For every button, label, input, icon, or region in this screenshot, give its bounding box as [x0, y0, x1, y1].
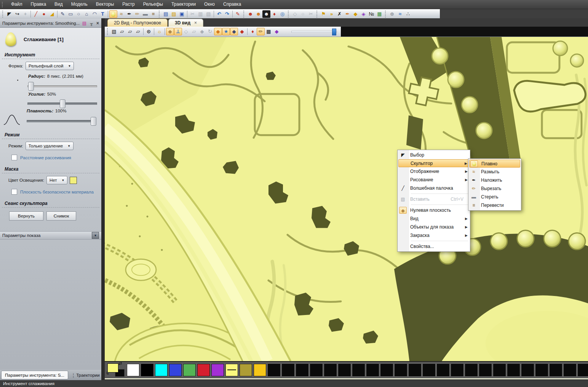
curve-pen-icon[interactable]: ✒: [344, 10, 352, 18]
create-text-icon[interactable]: T: [99, 10, 107, 18]
toolbar-grip[interactable]: [288, 11, 289, 18]
sculpt-carve-icon[interactable]: ✏: [133, 10, 141, 18]
paint-brush-icon[interactable]: ✏: [257, 28, 265, 35]
palette-swatch[interactable]: [127, 364, 139, 376]
flag-icon[interactable]: ⚑: [320, 10, 328, 18]
toolbar-separator[interactable]: [154, 28, 154, 35]
menubar-item[interactable]: Растр: [118, 0, 139, 9]
palette-swatch[interactable]: [282, 364, 294, 376]
waves-icon[interactable]: ≈: [396, 10, 404, 18]
toolbar-separator[interactable]: [165, 28, 165, 35]
menubar-item[interactable]: Правка: [27, 0, 51, 9]
drape-icon[interactable]: ◇: [182, 28, 190, 35]
palette-swatch[interactable]: [578, 364, 588, 376]
submenu-item-erase[interactable]: ▬ Стереть: [469, 193, 520, 201]
menubar-item[interactable]: Окно: [200, 0, 219, 9]
toolbar-separator[interactable]: [214, 11, 214, 18]
relief-paste-wrap-icon[interactable]: ☻: [254, 10, 262, 18]
menu-separator[interactable]: [411, 241, 468, 241]
submenu-item-translate[interactable]: ≡ Перевести: [469, 201, 520, 209]
menubar-item[interactable]: Рельефы: [139, 0, 167, 9]
menu-item-magic-wand[interactable]: ╱ Волшебная палочка: [398, 184, 469, 192]
sculpt-smudge-icon[interactable]: ≈: [117, 10, 125, 18]
toolbar-separator[interactable]: [247, 28, 248, 35]
sculpt-smooth-icon[interactable]: [109, 10, 117, 18]
tab-tool-parameters[interactable]: Параметры инструмента: S...: [1, 371, 68, 379]
palette-swatch[interactable]: [395, 364, 407, 376]
menu-item-select[interactable]: ◤ Выбор: [398, 151, 469, 159]
palette-swatch[interactable]: [550, 364, 562, 376]
light-color-select[interactable]: Нет ▼: [46, 176, 68, 184]
relief-paste-icon[interactable]: ☻: [246, 10, 254, 18]
expand-section-button[interactable]: ▼: [92, 232, 99, 239]
menubar-item[interactable]: Справка: [219, 0, 245, 9]
sculpt-erase-icon[interactable]: ▬: [141, 10, 149, 18]
notes-icon[interactable]: ✎: [234, 10, 242, 18]
pose-tool-icon[interactable]: ♦: [249, 28, 257, 35]
stack-planes-icon[interactable]: ◆: [230, 28, 238, 35]
mode-select[interactable]: Только удаление ▼: [26, 142, 74, 150]
menu-item-zero-plane[interactable]: ◆ Нулевая плоскость: [398, 206, 469, 214]
palette-swatch[interactable]: [479, 364, 492, 376]
pin-icon[interactable]: ╥: [90, 21, 93, 26]
revert-button[interactable]: Вернуть: [9, 211, 43, 221]
strength-slider-handle[interactable]: [60, 99, 66, 108]
paste-icon[interactable]: ▧: [205, 10, 213, 18]
star-icon[interactable]: ★: [222, 28, 230, 35]
palette-swatch[interactable]: [183, 364, 196, 376]
toolpath-points-icon[interactable]: ∴: [404, 10, 412, 18]
link-colors-icon[interactable]: ↳: [106, 371, 109, 376]
palette-swatch[interactable]: [197, 364, 210, 376]
stamp-icon[interactable]: ◈: [360, 10, 368, 18]
radius-slider-handle[interactable]: [28, 82, 34, 91]
menu-item-objects-to-show[interactable]: Объекты для показа ▶: [398, 223, 469, 231]
radius-slider-track[interactable]: [27, 85, 97, 87]
palette-swatch[interactable]: [521, 364, 534, 376]
toolbar-grip[interactable]: [2, 11, 4, 18]
view-top-icon[interactable]: ▱: [134, 28, 142, 35]
undo-icon[interactable]: ↶: [215, 10, 223, 18]
spin-icon[interactable]: ↻: [206, 28, 214, 35]
palette-swatch[interactable]: [451, 364, 463, 376]
display-params-header[interactable]: Параметры показа ▼: [0, 231, 101, 240]
view-side-icon[interactable]: ▱: [126, 28, 134, 35]
menu-item-view[interactable]: Вид ▶: [398, 214, 469, 223]
relief-invert-icon[interactable]: ☻: [262, 10, 270, 18]
palette-swatch[interactable]: [380, 364, 393, 376]
menu-item-sculptor[interactable]: Скульптор ▶: [398, 159, 469, 167]
texture-icon[interactable]: ▩: [265, 28, 273, 35]
menubar-item[interactable]: Файл: [7, 0, 27, 9]
smoothness-slider[interactable]: [27, 117, 96, 125]
view-iso-icon[interactable]: ▧: [110, 28, 118, 35]
position-number-icon[interactable]: №: [368, 10, 375, 18]
ruler-icon[interactable]: ◢: [48, 10, 56, 18]
chevron-icon[interactable]: »: [328, 10, 336, 18]
palette-swatch[interactable]: [535, 364, 548, 376]
palette-swatch[interactable]: [211, 364, 224, 376]
zoom-icon[interactable]: ⊙: [145, 28, 153, 35]
zoom-slider-handle[interactable]: [332, 29, 336, 35]
palette-swatch[interactable]: [352, 364, 365, 376]
vector-trim-icon[interactable]: ○: [299, 10, 307, 18]
shade-diamond-icon[interactable]: ◆: [273, 28, 281, 35]
snip-vectors-icon[interactable]: ✗: [336, 10, 344, 18]
toolbar-separator[interactable]: [108, 11, 108, 18]
clamp-icon[interactable]: ⊕: [388, 10, 396, 18]
toolbar-grip[interactable]: [243, 11, 245, 18]
palette-swatch[interactable]: [564, 364, 576, 376]
create-polygon-icon[interactable]: ⌂: [83, 10, 91, 18]
help-book-icon[interactable]: ▤: [82, 21, 86, 26]
toolbar-separator[interactable]: [30, 11, 31, 18]
menubar-item[interactable]: Модель: [67, 0, 92, 9]
snapshot-button[interactable]: Снимок: [46, 211, 76, 221]
palette-swatch[interactable]: [310, 364, 323, 376]
origin-axes-icon[interactable]: ⊥: [174, 28, 182, 35]
sculpt-translate-icon[interactable]: ≡: [149, 10, 157, 18]
create-circle-icon[interactable]: ○: [75, 10, 83, 18]
swap-colors-icon[interactable]: ⇄: [118, 361, 122, 366]
toolbar-grip[interactable]: [159, 11, 160, 18]
save-model-icon[interactable]: ▣: [178, 10, 186, 18]
tab-3d-view[interactable]: 3D вид ×: [168, 19, 203, 27]
palette-swatch[interactable]: [465, 364, 478, 376]
palette-swatch[interactable]: [169, 364, 182, 376]
